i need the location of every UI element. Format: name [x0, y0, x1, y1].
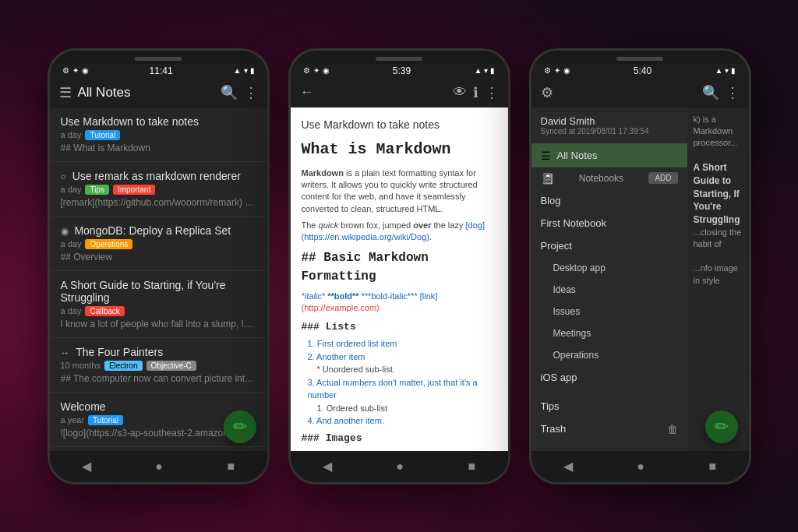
circle-status-icon: ◉: [82, 66, 89, 75]
add-notebook-button[interactable]: ADD: [648, 172, 677, 184]
notes-list-header: ☰ All Notes 🔍 ⋮: [50, 78, 267, 107]
status-time: 11:41: [150, 65, 173, 76]
info-icon[interactable]: ℹ: [473, 84, 478, 101]
note-item[interactable]: ◉ MongoDB: Deploy a Replica Set a day Op…: [50, 217, 267, 271]
note-title: A Short Guide to Starting, if You're Str…: [61, 279, 256, 304]
note-tag: Electron: [104, 361, 143, 371]
notebook-sublabel: Meetings: [541, 328, 678, 339]
note-title: Use Markdown to take notes: [61, 115, 256, 128]
home-nav-button[interactable]: ●: [155, 460, 163, 474]
sidebar-item-trash[interactable]: Trash 🗑: [531, 417, 687, 441]
note-time: a day: [61, 185, 82, 194]
circle-status-icon: ◉: [563, 66, 570, 75]
markdown-h3-lists: ### Lists: [302, 319, 497, 335]
note-time: 10 months: [61, 361, 101, 370]
signal-icon: ▲: [234, 66, 242, 75]
note-preview: ## What is Markdown: [61, 143, 256, 153]
settings-icon[interactable]: ⚙: [541, 84, 553, 101]
note-item[interactable]: Use Markdown to take notes a day Tutoria…: [50, 107, 267, 162]
header-title: All Notes: [78, 85, 214, 100]
phone-3: ⚙ ✦ ◉ 5:40 ▲ ▾ ▮ ⚙ 🔍 ⋮ David Smith Synce…: [529, 48, 751, 484]
note-content-preview: k) is a Markdownprocessor...A Short Guid…: [687, 107, 749, 451]
settings-status-icon: ⚙: [62, 66, 69, 75]
eye-icon[interactable]: 👁: [453, 84, 467, 100]
bottom-navigation: ◀ ● ■: [531, 451, 749, 482]
notebook-label: Project: [541, 240, 678, 252]
note-item[interactable]: A Short Guide to Starting, if You're Str…: [50, 271, 267, 338]
phone-1: ⚙ ✦ ◉ 11:41 ▲ ▾ ▮ ☰ All Notes 🔍 ⋮ Use Ma…: [48, 48, 270, 484]
note-title: Welcome: [61, 400, 256, 413]
bottom-navigation: ◀ ● ■: [50, 451, 267, 482]
circle-status-icon: ◉: [323, 66, 330, 75]
menu-icon[interactable]: ☰: [59, 84, 72, 101]
notebook-sublabel: Ideas: [541, 284, 678, 295]
markdown-formatting: *italic* **bold** ***bold-italic*** [lin…: [302, 291, 497, 315]
recent-nav-button[interactable]: ■: [709, 460, 717, 474]
note-time: a day: [61, 130, 82, 139]
note-preview: ## Overview: [61, 252, 256, 262]
status-time: 5:39: [393, 65, 411, 76]
note-preview: ## The computer now can convert picture …: [61, 373, 256, 384]
sidebar-item-project[interactable]: Project: [531, 234, 687, 257]
home-nav-button[interactable]: ●: [396, 460, 404, 474]
search-icon[interactable]: 🔍: [702, 84, 719, 101]
battery-icon: ▮: [731, 66, 736, 75]
search-icon[interactable]: 🔍: [221, 84, 238, 101]
sidebar-item-tips[interactable]: Tips: [531, 395, 687, 417]
sidebar-item-desktop-app[interactable]: Desktop app: [531, 257, 687, 279]
note-title: ◉ MongoDB: Deploy a Replica Set: [61, 224, 256, 237]
note-tag: Tips: [85, 185, 109, 195]
markdown-view-header: ← 👁 ℹ ⋮: [291, 78, 508, 107]
note-meta: a day Tutorial: [61, 130, 256, 140]
all-notes-label: All Notes: [557, 150, 678, 161]
sidebar-item-first-notebook[interactable]: First Notebook: [531, 212, 687, 234]
sidebar-item-operations[interactable]: Operations: [531, 344, 687, 366]
star-status-icon: ✦: [554, 66, 560, 75]
markdown-plain-title: Use Markdown to take notes: [302, 117, 497, 133]
note-status-icon: ◉: [61, 226, 69, 237]
back-icon[interactable]: ←: [300, 84, 314, 100]
note-tag: Important: [113, 185, 155, 195]
recent-nav-button[interactable]: ■: [228, 460, 235, 474]
phone-2: ⚙ ✦ ◉ 5:39 ▲ ▾ ▮ ← 👁 ℹ ⋮ Use Markdown to…: [288, 48, 510, 484]
note-status-icon: ○: [61, 171, 66, 182]
more-icon[interactable]: ⋮: [726, 84, 740, 101]
sidebar-item-issues[interactable]: Issues: [531, 301, 687, 322]
new-note-fab[interactable]: ✏: [224, 410, 256, 443]
note-item[interactable]: ↔ The Four Painters 10 months Electron O…: [50, 338, 267, 393]
back-nav-button[interactable]: ◀: [82, 459, 91, 474]
battery-icon: ▮: [250, 66, 255, 75]
settings-status-icon: ⚙: [303, 66, 310, 75]
notebook-label: iOS app: [541, 372, 678, 383]
back-nav-button[interactable]: ◀: [323, 459, 332, 474]
more-icon[interactable]: ⋮: [485, 84, 499, 101]
note-title: ○ Use remark as markdown renderer: [61, 170, 256, 182]
sidebar-item-blog[interactable]: Blog: [531, 189, 687, 212]
delete-icon: 🗑: [667, 423, 678, 435]
sidebar-item-ideas[interactable]: Ideas: [531, 279, 687, 301]
home-nav-button[interactable]: ●: [637, 460, 644, 474]
markdown-h2b-heading: ## Basic Markdown Formatting: [302, 248, 497, 286]
status-left-icons: ⚙ ✦ ◉: [303, 66, 330, 75]
note-tag: Operations: [85, 239, 132, 249]
status-time: 5:40: [634, 65, 651, 76]
more-icon[interactable]: ⋮: [244, 84, 258, 101]
note-time: a day: [61, 239, 82, 248]
sidebar-item-all-notes[interactable]: ☰ All Notes: [531, 144, 687, 167]
recent-nav-button[interactable]: ■: [468, 460, 476, 474]
notebook-sublabel: Issues: [541, 306, 678, 317]
sidebar-item-meetings[interactable]: Meetings: [531, 322, 687, 344]
note-tag: Callback: [85, 306, 124, 316]
back-nav-button[interactable]: ◀: [563, 459, 573, 474]
wifi-icon: ▾: [244, 66, 248, 75]
tips-label: Tips: [541, 400, 678, 412]
signal-icon: ▲: [475, 66, 482, 75]
signal-icon: ▲: [715, 66, 723, 75]
status-right-icons: ▲ ▾ ▮: [475, 66, 496, 75]
star-status-icon: ✦: [72, 66, 79, 75]
phone-speaker: [376, 57, 422, 61]
sidebar-item-ios-app[interactable]: iOS app: [531, 366, 687, 389]
status-right-icons: ▲ ▾ ▮: [234, 66, 255, 75]
new-note-fab[interactable]: ✏: [705, 410, 738, 443]
note-item[interactable]: ○ Use remark as markdown renderer a day …: [50, 162, 267, 217]
